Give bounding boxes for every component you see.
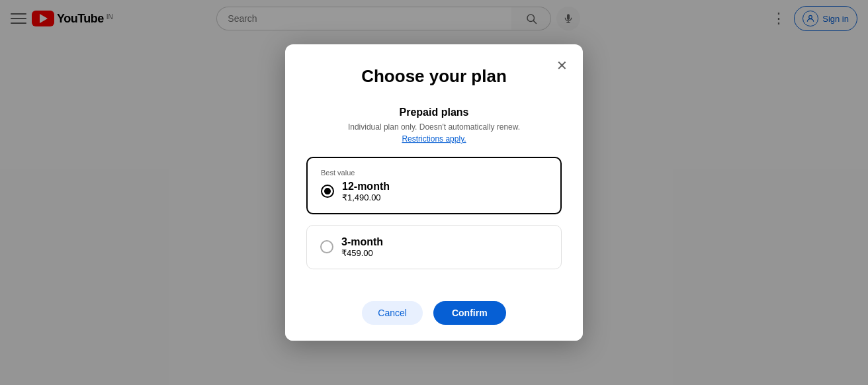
plan-name-12month: 12-month <box>342 181 390 192</box>
modal-close-button[interactable]: ✕ <box>551 55 572 76</box>
modal-title: Choose your plan <box>306 65 562 88</box>
cancel-button[interactable]: Cancel <box>362 301 423 325</box>
plan-price-12month: ₹1,490.00 <box>342 192 390 202</box>
plan-name-3month: 3-month <box>341 236 383 248</box>
plan-option-3month[interactable]: 3-month ₹459.00 <box>306 225 562 269</box>
plan-info-12month: 12-month ₹1,490.00 <box>342 181 390 202</box>
plan-info-3month: 3-month ₹459.00 <box>341 236 383 258</box>
plan-radio-12month[interactable] <box>321 185 334 198</box>
modal-footer: Cancel Confirm <box>285 290 583 341</box>
plan-header-12month: 12-month ₹1,490.00 <box>321 181 547 202</box>
choose-plan-modal: ✕ Choose your plan Prepaid plans Individ… <box>285 44 583 341</box>
plan-option-12month[interactable]: Best value 12-month ₹1,490.00 <box>306 157 562 214</box>
confirm-button[interactable]: Confirm <box>433 301 506 325</box>
plan-price-3month: ₹459.00 <box>341 248 383 258</box>
plan-header-3month: 3-month ₹459.00 <box>320 236 548 258</box>
plan-radio-3month[interactable] <box>320 240 333 253</box>
section-desc: Individual plan only. Doesn't automatica… <box>306 122 562 132</box>
plan-badge-12month: Best value <box>321 169 547 177</box>
modal-scroll-area[interactable]: ✕ Choose your plan Prepaid plans Individ… <box>285 44 583 290</box>
restrictions-link[interactable]: Restrictions apply. <box>306 134 562 144</box>
section-title: Prepaid plans <box>306 107 562 118</box>
